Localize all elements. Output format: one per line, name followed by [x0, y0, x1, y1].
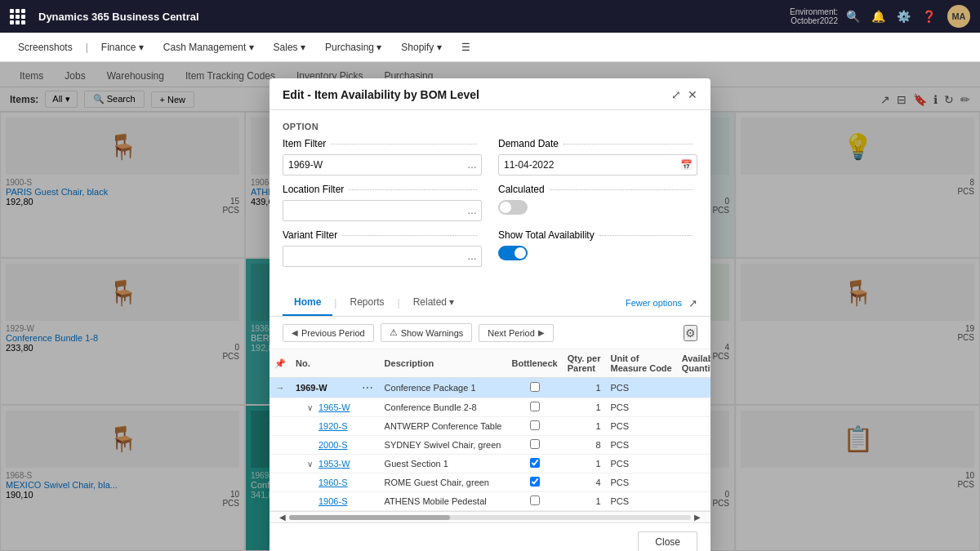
item-no[interactable]: 1906-S	[318, 496, 347, 506]
demand-date-label: Demand Date	[498, 138, 559, 149]
close-modal-btn[interactable]: ✕	[688, 88, 697, 101]
row-avail-cell: 1	[677, 417, 710, 436]
item-no[interactable]: 1920-S	[318, 421, 347, 431]
sales-nav[interactable]: Sales ▾	[265, 33, 314, 62]
scroll-left-arrow[interactable]: ◀	[276, 513, 289, 522]
bottleneck-checkbox[interactable]	[530, 458, 540, 468]
finance-nav[interactable]: Finance ▾	[93, 33, 152, 62]
scroll-track[interactable]	[289, 515, 691, 520]
tab-reports[interactable]: Reports	[338, 290, 395, 316]
modal-overlay: Edit - Item Availability by BOM Level ⤢ …	[0, 62, 980, 551]
modal-tabs: Home | Reports | Related ▾ Fewer options…	[270, 290, 710, 317]
location-filter-dots-btn[interactable]: …	[464, 205, 480, 216]
row-menu-btn[interactable]: ⋯	[360, 381, 375, 394]
item-no[interactable]: 1965-W	[318, 402, 350, 412]
show-warnings-btn[interactable]: ⚠ Show Warnings	[381, 323, 473, 342]
row-bottleneck-cell	[506, 473, 562, 492]
row-uom-cell: PCS	[606, 417, 677, 436]
more-nav[interactable]: ☰	[453, 33, 479, 62]
refresh-options-icon[interactable]: ↗	[688, 297, 697, 309]
row-no-cell: 1969-W	[291, 378, 355, 398]
row-uom-cell: PCS	[606, 492, 677, 511]
period-settings-icon[interactable]: ⚙	[684, 325, 697, 341]
expand-modal-btn[interactable]: ⤢	[671, 88, 681, 101]
next-period-btn[interactable]: Next Period ▶	[479, 324, 553, 342]
variant-filter-input[interactable]	[283, 246, 482, 267]
item-no[interactable]: 2000-S	[318, 440, 347, 450]
cash-nav[interactable]: Cash Management ▾	[155, 33, 262, 62]
fewer-options-btn[interactable]: Fewer options	[626, 291, 682, 314]
row-avail-cell: 11	[677, 455, 710, 473]
calculated-label: Calculated	[498, 184, 545, 195]
bell-icon[interactable]: 🔔	[871, 10, 885, 23]
screenshots-nav[interactable]: Screenshots	[10, 33, 81, 62]
row-arrow-cell	[270, 417, 291, 436]
row-desc-cell: ATHENS Mobile Pedestal	[380, 492, 507, 511]
row-bottleneck-cell	[506, 378, 562, 398]
row-uom-cell: PCS	[606, 436, 677, 455]
settings-icon[interactable]: ⚙️	[897, 10, 911, 23]
row-uom-cell: PCS	[606, 398, 677, 417]
location-filter-input[interactable]	[283, 200, 482, 221]
row-avail-cell: 15	[677, 492, 710, 511]
row-arrow-cell: →	[270, 378, 291, 398]
table-row: ∨ 1953-W Guest Section 1 1 PCS 11 Assemb…	[270, 455, 710, 473]
modal-footer: Close	[270, 522, 710, 551]
variant-filter-row: Variant Filter …	[283, 229, 482, 267]
item-filter-dots-btn[interactable]: …	[464, 159, 480, 171]
item-filter-row: Item Filter …	[283, 138, 482, 176]
row-bottleneck-cell	[506, 492, 562, 511]
th-bottleneck: Bottleneck	[506, 349, 562, 378]
row-no-cell: 1960-S	[291, 473, 355, 492]
location-filter-label: Location Filter	[283, 184, 344, 195]
purchasing-nav[interactable]: Purchasing ▾	[317, 33, 390, 62]
help-icon[interactable]: ❓	[922, 10, 936, 23]
bottleneck-checkbox[interactable]	[530, 477, 540, 487]
modal-header-icons: ⤢ ✕	[671, 88, 697, 101]
row-no-cell: ∨ 1953-W	[291, 455, 355, 473]
close-button[interactable]: Close	[638, 531, 697, 551]
env-info: Environment: October2022	[790, 7, 838, 25]
avatar[interactable]: MA	[947, 5, 970, 28]
table-row: 2000-S SYDNEY Swivel Chair, green 8 PCS …	[270, 436, 710, 455]
row-desc-cell: SYDNEY Swivel Chair, green	[380, 436, 507, 455]
tab-home[interactable]: Home	[283, 290, 332, 316]
row-arrow-cell	[270, 398, 291, 417]
table-row: 1920-S ANTWERP Conference Table 1 PCS 1 …	[270, 417, 710, 436]
bottleneck-checkbox[interactable]	[530, 420, 540, 430]
item-no[interactable]: 1953-W	[318, 459, 350, 469]
row-desc-cell: Conference Bundle 2-8	[380, 398, 507, 417]
variant-filter-dots-btn[interactable]: …	[464, 251, 480, 262]
row-desc-cell: Conference Package 1	[380, 378, 507, 398]
bottleneck-checkbox[interactable]	[530, 402, 540, 411]
row-dots-cell	[355, 398, 380, 417]
prev-period-btn[interactable]: ◀ Previous Period	[283, 324, 374, 342]
row-avail-cell: 35	[677, 436, 710, 455]
bottleneck-checkbox[interactable]	[530, 382, 540, 392]
table-row: → 1969-W ⋯ Conference Package 1 1 PCS As…	[270, 378, 710, 398]
row-dots-cell	[355, 417, 380, 436]
scroll-right-arrow[interactable]: ▶	[691, 513, 704, 522]
item-filter-label: Item Filter	[283, 138, 326, 149]
row-arrow-cell	[270, 492, 291, 511]
demand-date-input[interactable]	[498, 154, 697, 176]
modal-body: Option Item Filter …	[270, 110, 710, 290]
item-no[interactable]: 1960-S	[318, 478, 347, 487]
bottleneck-checkbox[interactable]	[530, 495, 540, 505]
calculated-toggle[interactable]	[498, 200, 528, 215]
row-desc-cell: Guest Section 1	[380, 455, 507, 473]
scroll-bar: ◀ ▶	[270, 511, 710, 522]
row-uom-cell: PCS	[606, 455, 677, 473]
th-available: AvailableQuantity	[677, 349, 710, 378]
search-nav-icon[interactable]: 🔍	[846, 10, 860, 23]
shopify-nav[interactable]: Shopify ▾	[393, 33, 449, 62]
show-total-toggle[interactable]	[498, 246, 528, 260]
demand-date-calendar-btn[interactable]: 📅	[677, 159, 696, 171]
app-grid-icon[interactable]	[10, 9, 25, 24]
item-filter-input[interactable]	[283, 154, 482, 176]
row-arrow-cell	[270, 473, 291, 492]
row-avail-cell	[677, 378, 710, 398]
bottleneck-checkbox[interactable]	[530, 439, 540, 449]
tab-related[interactable]: Related ▾	[402, 290, 466, 316]
item-no: 1969-W	[296, 383, 327, 393]
